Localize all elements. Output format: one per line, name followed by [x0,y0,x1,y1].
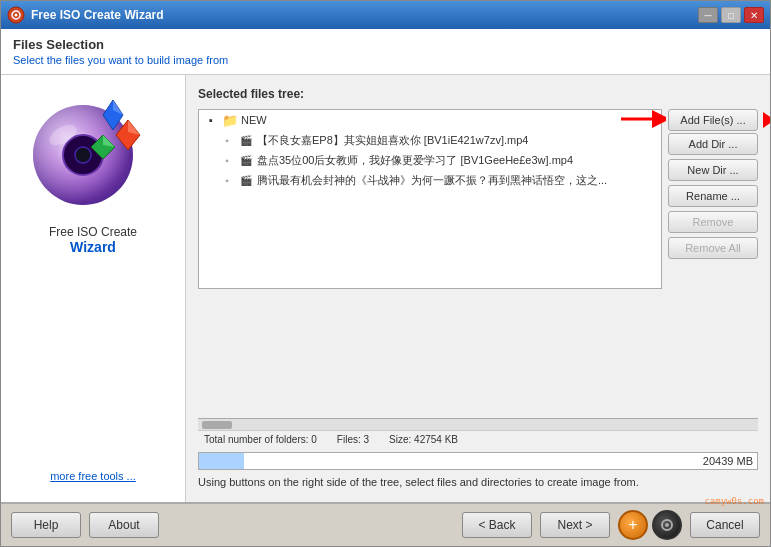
remove-button[interactable]: Remove [668,211,758,233]
icon-button-group: + [618,510,682,540]
rename-button[interactable]: Rename ... [668,185,758,207]
video-icon-2: 🎬 [238,152,254,168]
about-button[interactable]: About [89,512,159,538]
tree-item-3-name: 腾讯最有机会封神的《斗战神》为何一蹶不振？再到黑神话悟空，这之... [257,173,607,188]
minimize-button[interactable]: ─ [698,7,718,23]
cancel-button[interactable]: Cancel [690,512,760,538]
expand-icon-2: ▪ [219,132,235,148]
expand-icon-4: ▪ [219,172,235,188]
new-dir-button[interactable]: New Dir ... [668,159,758,181]
section-title: Files Selection [13,37,758,52]
tree-item-1[interactable]: ▪ 🎬 【不良女嘉EP8】其实姐姐喜欢你 [BV1iE421w7zv].mp4 [199,130,661,150]
tree-root[interactable]: ▪ 📁 NEW [199,110,661,130]
folder-icon: 📁 [222,112,238,128]
app-name-line2: Wizard [49,239,137,255]
svg-point-17 [665,523,669,527]
close-button[interactable]: ✕ [744,7,764,23]
circle-button[interactable] [652,510,682,540]
size-progress-bar: 20439 MB [198,452,758,470]
bottom-bar: Help About < Back Next > + Cancel [1,502,770,546]
main-content: Free ISO Create Wizard more free tools .… [1,75,770,502]
total-folders: Total number of folders: 0 [204,434,317,445]
right-panel: Selected files tree: ▪ 📁 NEW ▪ 🎬 【不良女嘉EP… [186,75,770,502]
add-files-button[interactable]: Add File(s) ... [668,109,758,131]
svg-point-6 [75,147,91,163]
app-title: Free ISO Create Wizard [49,225,137,255]
main-window: Free ISO Create Wizard ─ □ ✕ Files Selec… [0,0,771,547]
file-tree-area: ▪ 📁 NEW ▪ 🎬 【不良女嘉EP8】其实姐姐喜欢你 [BV1iE421w7… [198,109,758,418]
info-text: Using buttons on the right side of the t… [198,474,758,490]
next-button[interactable]: Next > [540,512,610,538]
app-logo [28,85,158,215]
status-bar: Total number of folders: 0 Files: 3 Size… [198,430,758,448]
free-space-label: 20439 MB [703,455,753,467]
add-dir-button[interactable]: Add Dir ... [668,133,758,155]
tree-item-3[interactable]: ▪ 🎬 腾讯最有机会封神的《斗战神》为何一蹶不振？再到黑神话悟空，这之... [199,170,661,190]
logo-area: Free ISO Create Wizard [28,85,158,470]
video-icon-1: 🎬 [238,132,254,148]
title-bar: Free ISO Create Wizard ─ □ ✕ [1,1,770,29]
tree-item-2-name: 盘点35位00后女教师，我好像更爱学习了 [BV1GeeHe£e3w].mp4 [257,153,573,168]
sidebar: Free ISO Create Wizard more free tools .… [1,75,186,502]
root-folder-name: NEW [241,114,267,126]
app-icon [7,6,25,24]
tree-item-1-name: 【不良女嘉EP8】其实姐姐喜欢你 [BV1iE421w7zv].mp4 [257,133,528,148]
panel-title: Selected files tree: [198,87,758,101]
tree-item-2[interactable]: ▪ 🎬 盘点35位00后女教师，我好像更爱学习了 [BV1GeeHe£e3w].… [199,150,661,170]
app-name-line1: Free ISO Create [49,225,137,239]
watermark: camyw0s.com [704,496,764,506]
section-description: Select the files you want to build image… [13,54,758,66]
header-section: Files Selection Select the files you wan… [1,29,770,75]
maximize-button[interactable]: □ [721,7,741,23]
svg-point-2 [15,14,18,17]
file-tree[interactable]: ▪ 📁 NEW ▪ 🎬 【不良女嘉EP8】其实姐姐喜欢你 [BV1iE421w7… [198,109,662,289]
back-button[interactable]: < Back [462,512,532,538]
horizontal-scrollbar[interactable] [198,418,758,430]
window-title: Free ISO Create Wizard [31,8,698,22]
remove-all-button[interactable]: Remove All [668,237,758,259]
more-tools-link[interactable]: more free tools ... [50,470,136,482]
plus-circle-button[interactable]: + [618,510,648,540]
scrollbar-thumb[interactable] [202,421,232,429]
size-bar-fill [199,453,244,469]
size-info: Size: 42754 KB [389,434,458,445]
video-icon-3: 🎬 [238,172,254,188]
window-controls: ─ □ ✕ [698,7,764,23]
expand-icon: ▪ [203,112,219,128]
action-buttons: Add File(s) ... Add Dir ... [668,109,758,418]
expand-icon-3: ▪ [219,152,235,168]
help-button[interactable]: Help [11,512,81,538]
files-count: Files: 3 [337,434,369,445]
